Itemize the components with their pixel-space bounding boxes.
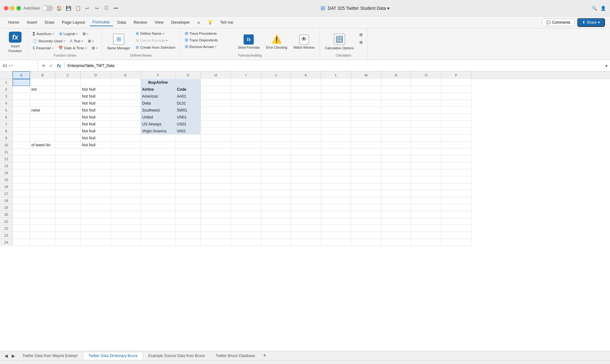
cell-b18[interactable] (30, 197, 55, 204)
menu-home[interactable]: Home (5, 19, 22, 26)
col-header-k[interactable]: K (291, 71, 321, 79)
cell-m20[interactable] (351, 211, 381, 218)
cell-k8[interactable] (291, 128, 321, 135)
cell-g13[interactable] (176, 162, 201, 169)
cell-e17[interactable] (111, 190, 141, 197)
cell-e11[interactable] (111, 149, 141, 155)
col-header-b[interactable]: B (30, 71, 55, 79)
cell-k24[interactable] (291, 239, 321, 246)
cell-c15[interactable] (55, 176, 81, 183)
cell-e9[interactable] (111, 135, 141, 142)
cell-k10[interactable] (291, 142, 321, 149)
error-checking-button[interactable]: ⚠️ Error Checking (264, 30, 290, 53)
insert-function-bar-button[interactable]: fx (56, 63, 62, 69)
cell-o21[interactable] (411, 218, 441, 225)
redo-icon[interactable]: ↪ (94, 5, 100, 11)
cell-m21[interactable] (351, 218, 381, 225)
cell-e22[interactable] (111, 225, 141, 232)
cell-d14[interactable] (81, 169, 111, 176)
cell-i4[interactable] (231, 100, 261, 107)
cell-j17[interactable] (261, 190, 291, 197)
row-header-7[interactable]: 7 (0, 121, 13, 128)
cell-b3[interactable] (30, 93, 55, 100)
row-header-2[interactable]: 2 (0, 86, 13, 93)
cell-n14[interactable] (381, 169, 411, 176)
recently-used-button[interactable]: 🕐 Recently Used ▾ (31, 38, 67, 44)
cell-o12[interactable] (411, 155, 441, 162)
cell-h14[interactable] (201, 169, 231, 176)
cell-b4[interactable] (30, 100, 55, 107)
cell-d7[interactable]: Not Null (81, 121, 111, 128)
cell-m4[interactable] (351, 100, 381, 107)
row-header-8[interactable]: 8 (0, 128, 13, 135)
cell-b14[interactable] (30, 169, 55, 176)
cell-f10[interactable] (141, 142, 176, 149)
cell-b7[interactable] (30, 121, 55, 128)
cell-c1[interactable] (55, 79, 81, 86)
cell-i5[interactable] (231, 107, 261, 114)
cell-c24[interactable] (55, 239, 81, 246)
cell-m6[interactable] (351, 114, 381, 121)
cell-b24[interactable] (30, 239, 55, 246)
profile-icon[interactable]: 👤 (600, 5, 606, 11)
cell-m19[interactable] (351, 204, 381, 211)
cell-b5[interactable]: rwise (30, 107, 55, 114)
cell-e18[interactable] (111, 197, 141, 204)
cell-f14[interactable] (141, 169, 176, 176)
cell-n8[interactable] (381, 128, 411, 135)
col-header-n[interactable]: N (381, 71, 411, 79)
autosum-caret[interactable]: ▾ (53, 33, 54, 35)
insert-function-button[interactable]: fx Insert Function (6, 30, 25, 54)
cell-k19[interactable] (291, 204, 321, 211)
cell-i24[interactable] (231, 239, 261, 246)
cell-a13[interactable] (13, 162, 30, 169)
sheet-tab-4[interactable]: Twitter Bruce Database (210, 352, 260, 360)
cell-n6[interactable] (381, 114, 411, 121)
row-header-12[interactable]: 12 (0, 155, 13, 162)
cell-d18[interactable] (81, 197, 111, 204)
cell-h5[interactable] (201, 107, 231, 114)
cell-b16[interactable] (30, 183, 55, 190)
row-header-14[interactable]: 14 (0, 169, 13, 176)
cell-h2[interactable] (201, 86, 231, 93)
cell-a23[interactable] (13, 232, 30, 239)
datetime-caret[interactable]: ▾ (85, 47, 87, 50)
cell-e3[interactable] (111, 93, 141, 100)
cell-g24[interactable] (176, 239, 201, 246)
share-button[interactable]: ⬆ Share ▾ (577, 18, 605, 27)
cell-a19[interactable] (13, 204, 30, 211)
cell-e23[interactable] (111, 232, 141, 239)
col-header-o[interactable]: O (411, 71, 441, 79)
cell-h11[interactable] (201, 149, 231, 155)
cell-b23[interactable] (30, 232, 55, 239)
cell-l1[interactable] (321, 79, 351, 86)
cell-p18[interactable] (441, 197, 471, 204)
cell-g9[interactable] (176, 135, 201, 142)
cell-o20[interactable] (411, 211, 441, 218)
undo-icon[interactable]: ↩ (84, 5, 90, 11)
row-header-18[interactable]: 18 (0, 197, 13, 204)
menu-view[interactable]: View (152, 19, 167, 26)
cell-n16[interactable] (381, 183, 411, 190)
cell-k1[interactable] (291, 79, 321, 86)
remove-arrows-caret[interactable]: ▾ (215, 45, 216, 48)
cell-f7[interactable]: US Airways (141, 121, 176, 128)
cell-f19[interactable] (141, 204, 176, 211)
add-sheet-button[interactable]: + (260, 352, 269, 359)
cell-l21[interactable] (321, 218, 351, 225)
cell-o11[interactable] (411, 149, 441, 155)
cell-h4[interactable] (201, 100, 231, 107)
maximize-button[interactable] (16, 6, 21, 10)
cell-f11[interactable] (141, 149, 176, 155)
cell-b11[interactable] (30, 149, 55, 155)
cell-g17[interactable] (176, 190, 201, 197)
cell-m15[interactable] (351, 176, 381, 183)
cell-j19[interactable] (261, 204, 291, 211)
cell-d4[interactable]: Not Null (81, 100, 111, 107)
cell-f22[interactable] (141, 225, 176, 232)
cell-o14[interactable] (411, 169, 441, 176)
cell-b2[interactable]: ent (30, 86, 55, 93)
cell-e13[interactable] (111, 162, 141, 169)
sheet-tab-3[interactable]: Example Source Data from Bruce (143, 352, 210, 360)
cell-d9[interactable]: Not Null (81, 135, 111, 142)
